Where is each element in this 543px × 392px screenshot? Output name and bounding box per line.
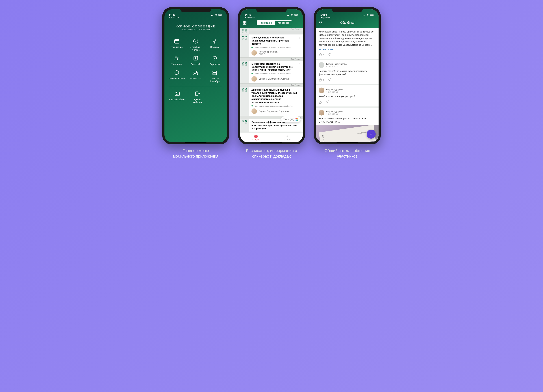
menu-grid-icon[interactable] bbox=[243, 21, 247, 25]
svg-rect-1 bbox=[219, 15, 222, 16]
back-to-app-store[interactable]: ◀ App Store bbox=[240, 17, 303, 19]
svg-rect-15 bbox=[196, 92, 198, 95]
svg-point-11 bbox=[194, 71, 197, 74]
menu-grid: Расписание 4 октября - 4 опрос Спикеры У… bbox=[164, 38, 227, 83]
session-card[interactable]: Дифференцированный подход к терапии симп… bbox=[249, 87, 303, 116]
room-label: Зал Платан bbox=[240, 58, 303, 61]
notch bbox=[332, 7, 363, 12]
time-slot: 10:0010:30 bbox=[240, 61, 249, 84]
menu-poll[interactable]: 4 октября - 4 опрос bbox=[187, 38, 204, 51]
svg-point-6 bbox=[175, 57, 177, 58]
like-button[interactable]: 4 bbox=[319, 53, 324, 56]
svg-rect-12 bbox=[213, 71, 217, 72]
tag-dot-icon bbox=[251, 47, 253, 48]
divider bbox=[169, 87, 222, 87]
tag-dot-icon bbox=[251, 105, 253, 106]
phone-3: 14:50 ◀ App Store Общий чат Хочу поблаго… bbox=[314, 7, 381, 144]
segmented-control: Расписание Избранное bbox=[257, 20, 292, 25]
svg-rect-3 bbox=[175, 39, 179, 43]
topics-dots-icon bbox=[295, 118, 298, 121]
avatar bbox=[319, 62, 324, 68]
star-icon[interactable]: ☆ bbox=[298, 62, 301, 66]
app-logo: ЮЖНОЕ СОЗВЕЗДИЕ СОЮЗ ЗДОРОВЬЯ И КРАСОТЫ bbox=[164, 19, 227, 38]
share-icon[interactable] bbox=[327, 52, 331, 57]
status-icons bbox=[287, 14, 298, 16]
chat-post[interactable]: Бэлла Джанчатова4 окт. в 15:31 Добрый ве… bbox=[316, 60, 379, 84]
schedule-list[interactable]: 09:0009:30 Зал Платан 09:3010:00 ☆ Молек… bbox=[240, 28, 303, 133]
svg-rect-17 bbox=[295, 15, 298, 16]
share-icon[interactable] bbox=[327, 78, 331, 82]
status-time: 14:48 bbox=[245, 13, 251, 16]
tab-schedule[interactable]: Расписание bbox=[257, 21, 275, 25]
status-icons bbox=[211, 14, 223, 16]
exit-icon bbox=[194, 90, 201, 97]
avatar bbox=[319, 88, 324, 93]
status-time: 14:46 bbox=[169, 13, 175, 16]
read-more-link[interactable]: Читать далее bbox=[319, 48, 376, 51]
notch bbox=[180, 7, 211, 12]
session-card[interactable]: ☆ Механизмы старения на молекулярном и к… bbox=[249, 61, 303, 84]
svg-rect-24 bbox=[370, 15, 373, 16]
new-post-fab[interactable]: + bbox=[367, 129, 376, 139]
badge-icon bbox=[211, 55, 218, 62]
calendar-icon bbox=[174, 38, 180, 45]
time-slot: 10:5011:10 bbox=[240, 119, 249, 132]
room-label: Зал Платан bbox=[240, 84, 303, 87]
svg-rect-21 bbox=[243, 23, 244, 24]
info-icon bbox=[192, 38, 199, 45]
avatar bbox=[251, 76, 257, 82]
page-title: Общий чат bbox=[319, 21, 376, 24]
day-tab-thu[interactable]: 4ЧЕТВЕРГ bbox=[272, 133, 303, 142]
tag-dot-icon bbox=[251, 73, 253, 74]
menu-surveys[interactable]: Опросы 4 октября bbox=[206, 69, 223, 83]
day-tab-wed[interactable]: 3СРЕДА bbox=[240, 133, 272, 142]
menu-partners[interactable]: Партнеры bbox=[206, 55, 223, 66]
menu-schedule[interactable]: Расписание bbox=[168, 38, 185, 51]
menu-chat[interactable]: Общий чат bbox=[187, 69, 204, 83]
time-slot: 09:3010:00 bbox=[240, 34, 249, 57]
home-indicator[interactable] bbox=[336, 142, 358, 143]
svg-rect-25 bbox=[374, 15, 374, 16]
menu-speakers[interactable]: Спикеры bbox=[206, 38, 223, 51]
menu-facebook[interactable]: Facebook bbox=[187, 55, 204, 66]
id-icon bbox=[174, 90, 181, 97]
menu-account[interactable]: Личный кабинет bbox=[168, 90, 187, 104]
status-icons bbox=[362, 14, 374, 16]
back-to-app-store[interactable]: ◀ App Store bbox=[164, 17, 227, 19]
svg-rect-20 bbox=[245, 21, 246, 22]
avatar bbox=[251, 108, 257, 114]
svg-rect-8 bbox=[194, 56, 198, 60]
star-icon[interactable]: ☆ bbox=[298, 36, 301, 40]
chat-feed[interactable]: Хочу поблагодарить весь оргкомитет конгр… bbox=[316, 28, 379, 142]
session-card[interactable]: ☆ Молекулярные и клеточные механизмы ста… bbox=[249, 34, 303, 57]
chat-post[interactable]: Хочу поблагодарить весь оргкомитет конгр… bbox=[316, 28, 379, 59]
tab-favorites[interactable]: Избранное bbox=[275, 21, 292, 25]
survey-icon bbox=[211, 69, 218, 76]
day-tabs: 3СРЕДА 4ЧЕТВЕРГ bbox=[240, 133, 303, 142]
home-indicator[interactable] bbox=[261, 142, 282, 143]
chat-post[interactable]: Вера Сидорова4 окт. в 15:26 Какой угол н… bbox=[316, 85, 379, 106]
avatar bbox=[251, 50, 257, 56]
share-icon[interactable] bbox=[325, 100, 329, 104]
svg-rect-14 bbox=[175, 92, 179, 96]
menu-messages[interactable]: Мои сообщения bbox=[168, 69, 185, 83]
mic-icon bbox=[211, 38, 218, 45]
like-button[interactable]: 6 bbox=[319, 78, 324, 82]
svg-rect-19 bbox=[243, 21, 244, 22]
menu-other-event[interactable]: Другое событие bbox=[188, 90, 207, 104]
phone-1: 14:46 ◀ App Store ЮЖНОЕ СОЗВЕЗДИЕ СОЮЗ З… bbox=[162, 7, 229, 144]
back-to-app-store[interactable]: ◀ App Store bbox=[316, 17, 379, 19]
users-icon bbox=[174, 55, 180, 62]
svg-rect-13 bbox=[213, 73, 217, 74]
time-slot: 10:3010:50 bbox=[240, 87, 249, 116]
notch bbox=[256, 7, 287, 12]
svg-rect-2 bbox=[222, 15, 222, 16]
time-slot: 09:0009:30 bbox=[240, 28, 249, 34]
topics-fab[interactable]: Темы (12) bbox=[281, 116, 300, 122]
home-indicator[interactable] bbox=[185, 142, 207, 143]
like-button[interactable] bbox=[319, 100, 322, 104]
status-time: 14:50 bbox=[320, 13, 327, 16]
avatar bbox=[319, 110, 324, 116]
svg-rect-22 bbox=[245, 23, 246, 24]
menu-participants[interactable]: Участники bbox=[168, 55, 185, 66]
